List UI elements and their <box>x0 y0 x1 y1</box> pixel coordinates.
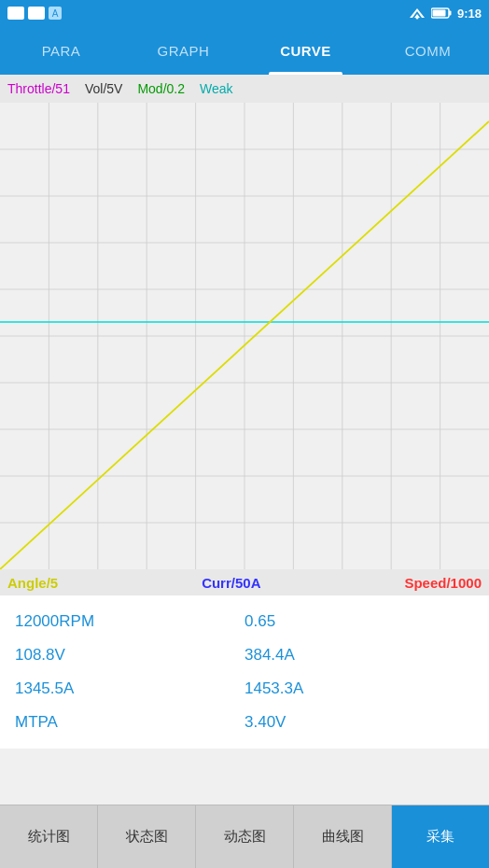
nav-curve[interactable]: 曲线图 <box>294 805 392 868</box>
status-right: 9:18 <box>409 7 482 21</box>
status-icons-left: A <box>7 7 62 20</box>
legend-row: Throttle/51 Vol/5V Mod/0.2 Weak <box>0 75 489 103</box>
nav-stats[interactable]: 统计图 <box>0 805 98 868</box>
clock: 9:18 <box>457 7 482 21</box>
tab-graph[interactable]: GRAPH <box>122 26 244 75</box>
stats-section: 12000RPM 0.65 108.8V 384.4A 1345.5A 1453… <box>0 595 489 749</box>
nav-dynamic[interactable]: 动态图 <box>196 805 294 868</box>
stat-voltage: 108.8V <box>15 638 244 672</box>
stat-065: 0.65 <box>244 605 474 638</box>
svg-point-3 <box>415 17 418 20</box>
chart-container: Throttle/51 Vol/5V Mod/0.2 Weak <box>0 75 489 595</box>
legend-vol: Vol/5V <box>85 81 122 96</box>
legend-throttle: Throttle/51 <box>7 81 70 96</box>
nav-status[interactable]: 状态图 <box>98 805 196 868</box>
xaxis-row: Angle/5 Curr/50A Speed/1000 <box>0 569 489 595</box>
xaxis-angle: Angle/5 <box>7 575 58 591</box>
wifi-icon <box>409 7 426 20</box>
tab-comm[interactable]: COMM <box>367 26 489 75</box>
nav-collect[interactable]: 采集 <box>392 805 489 868</box>
xaxis-curr: Curr/50A <box>202 575 260 591</box>
tab-bar: PARA GRAPH CURVE COMM <box>0 26 489 75</box>
chart-svg <box>0 103 489 569</box>
stat-1453: 1453.3A <box>244 672 474 706</box>
xaxis-speed: Speed/1000 <box>404 575 482 591</box>
legend-weak: Weak <box>200 81 233 96</box>
icon-box2 <box>28 7 45 20</box>
tab-curve[interactable]: CURVE <box>244 26 367 75</box>
stat-340v: 3.40V <box>244 706 474 739</box>
bottom-nav: 统计图 状态图 动态图 曲线图 采集 <box>0 805 489 868</box>
stat-384: 384.4A <box>244 638 474 672</box>
svg-rect-5 <box>449 11 452 16</box>
svg-rect-6 <box>432 10 445 17</box>
icon-box1 <box>7 7 24 20</box>
stat-1345: 1345.5A <box>15 672 244 706</box>
stat-rpm: 12000RPM <box>15 605 244 638</box>
status-bar: A 9:18 <box>0 0 489 26</box>
legend-mod: Mod/0.2 <box>137 81 185 96</box>
stat-mtpa: MTPA <box>15 706 244 739</box>
battery-icon <box>431 7 452 20</box>
icon-box3: A <box>49 7 62 20</box>
stats-grid: 12000RPM 0.65 108.8V 384.4A 1345.5A 1453… <box>15 605 474 739</box>
tab-para[interactable]: PARA <box>0 26 122 75</box>
